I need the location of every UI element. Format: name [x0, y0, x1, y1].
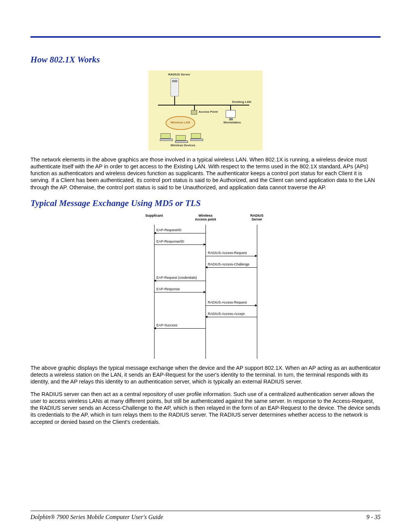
- seq-msg-label: EAP-Response/ID: [156, 240, 184, 243]
- seq-msg-label: EAP-Request (credentials): [156, 276, 197, 280]
- arrow-left-icon: [205, 316, 207, 318]
- arrow-left-icon: [154, 280, 156, 282]
- seq-msg: EAP-Success: [154, 328, 206, 329]
- seq-msg-label: EAP-Request/ID: [156, 228, 182, 232]
- seq-msg: EAP-Response/ID: [154, 244, 206, 245]
- diagram-line: [158, 105, 249, 105]
- paragraph-1: The network elements in the above graphi…: [30, 156, 381, 191]
- seq-msg: RADIUS-Access-Challenge: [206, 267, 257, 268]
- laptop-icon: [176, 135, 186, 141]
- seq-col-supplicant: Supplicant: [141, 214, 167, 222]
- seq-msg-label: EAP-Response: [156, 287, 180, 291]
- page-footer: Dolphin® 7900 Series Mobile Computer Use…: [30, 514, 381, 521]
- paragraph-3: The RADIUS server can then act as a cent…: [30, 391, 381, 425]
- access-point-icon: [191, 110, 197, 115]
- footer-page-number: 9 - 35: [366, 514, 381, 521]
- footer-divider: [30, 511, 381, 511]
- laptop-icon: [161, 133, 170, 139]
- label-access-point: Access Point: [199, 110, 218, 113]
- seq-msg: RADIUS-Access-Request: [206, 256, 257, 256]
- seq-msg: EAP-Request (credentials): [154, 281, 206, 281]
- diagram-line: [194, 105, 195, 110]
- arrow-left-icon: [154, 327, 156, 329]
- arrow-right-icon: [204, 243, 206, 246]
- footer-title: Dolphin® 7900 Series Mobile Computer Use…: [30, 514, 163, 521]
- arrow-left-icon: [205, 266, 207, 268]
- workstation-icon: [226, 110, 236, 118]
- label-radius-server: RADIUS Server: [168, 73, 190, 76]
- arrow-left-icon: [154, 232, 156, 234]
- seq-col-ap: Wireless Access point: [192, 214, 219, 222]
- seq-msg-label: RADIUS-Access-Request: [208, 251, 247, 255]
- network-diagram: RADIUS Server Existing LAN Access Point …: [148, 70, 263, 150]
- heading-msg-exchange: Typical Message Exchange Using MD5 or TL…: [30, 198, 381, 208]
- laptop-icon: [191, 133, 201, 139]
- seq-msg: EAP-Response: [154, 292, 206, 292]
- seq-msg-label: RADIUS-Access-Challenge: [208, 262, 250, 266]
- label-wireless-devices: Wireless Devices: [170, 144, 195, 147]
- seq-msg: RADIUS-Access-Request: [206, 305, 257, 306]
- seq-msg: EAP-Request/ID: [154, 233, 206, 233]
- page-content: How 802.1X Works RADIUS Server Existing …: [0, 0, 411, 425]
- seq-col-radius: RADIUS Server: [244, 214, 270, 222]
- label-workstation: Workstation: [223, 121, 241, 124]
- diagram-line: [230, 105, 231, 110]
- top-divider: [30, 36, 381, 38]
- heading-how-works: How 802.1X Works: [30, 55, 381, 65]
- sequence-diagram: Supplicant Wireless Access point RADIUS …: [141, 214, 270, 359]
- diagram-line: [174, 96, 175, 105]
- label-existing-lan: Existing LAN: [232, 100, 251, 104]
- arrow-right-icon: [255, 304, 257, 307]
- paragraph-2: The above graphic displays the typical m…: [30, 364, 381, 385]
- arrow-right-icon: [204, 291, 206, 293]
- seq-msg: RADIUS-Access-Accept: [206, 317, 257, 317]
- seq-msg-label: RADIUS-Access-Request: [208, 300, 247, 304]
- server-icon: [170, 78, 179, 96]
- arrow-right-icon: [255, 255, 257, 257]
- seq-msg-label: RADIUS-Access-Accept: [208, 312, 245, 316]
- label-wireless-lan: Wireless LAN: [170, 121, 190, 124]
- lifeline-radius: [257, 225, 257, 359]
- seq-msg-label: EAP-Success: [156, 323, 177, 327]
